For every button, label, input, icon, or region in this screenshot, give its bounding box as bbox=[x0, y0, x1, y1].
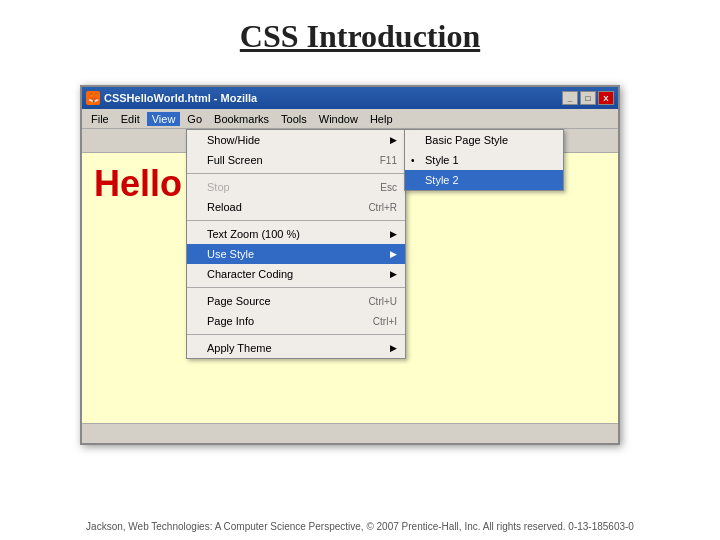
view-dropdown: Show/Hide ▶ Full Screen F11 Stop Esc Rel… bbox=[186, 129, 406, 359]
submenu-basic-page-style[interactable]: Basic Page Style bbox=[405, 130, 563, 150]
menu-file[interactable]: File bbox=[86, 112, 114, 126]
separator-2 bbox=[187, 220, 405, 221]
title-bar-text: CSSHelloWorld.html - Mozilla bbox=[104, 92, 558, 104]
menu-help[interactable]: Help bbox=[365, 112, 398, 126]
separator-3 bbox=[187, 287, 405, 288]
menu-page-source[interactable]: Page Source Ctrl+U bbox=[187, 291, 405, 311]
menu-text-zoom[interactable]: Text Zoom (100 %) ▶ bbox=[187, 224, 405, 244]
menu-use-style[interactable]: Use Style ▶ bbox=[187, 244, 405, 264]
menu-character-coding[interactable]: Character Coding ▶ bbox=[187, 264, 405, 284]
menu-show-hide[interactable]: Show/Hide ▶ bbox=[187, 130, 405, 150]
title-bar: 🦊 CSSHelloWorld.html - Mozilla _ □ X bbox=[82, 87, 618, 109]
minimize-button[interactable]: _ bbox=[562, 91, 578, 105]
menu-tools[interactable]: Tools bbox=[276, 112, 312, 126]
menu-bar: File Edit View Go Bookmarks Tools Window… bbox=[82, 109, 618, 129]
restore-button[interactable]: □ bbox=[580, 91, 596, 105]
separator-4 bbox=[187, 334, 405, 335]
menu-view[interactable]: View bbox=[147, 112, 181, 126]
status-bar bbox=[82, 423, 618, 443]
menu-bookmarks[interactable]: Bookmarks bbox=[209, 112, 274, 126]
separator-1 bbox=[187, 173, 405, 174]
style-submenu: Basic Page Style • Style 1 Style 2 bbox=[404, 129, 564, 191]
menu-apply-theme[interactable]: Apply Theme ▶ bbox=[187, 338, 405, 358]
page-title: CSS Introduction bbox=[0, 0, 720, 65]
title-bar-buttons: _ □ X bbox=[562, 91, 614, 105]
menu-reload[interactable]: Reload Ctrl+R bbox=[187, 197, 405, 217]
submenu-style-1[interactable]: • Style 1 bbox=[405, 150, 563, 170]
menu-go[interactable]: Go bbox=[182, 112, 207, 126]
menu-edit[interactable]: Edit bbox=[116, 112, 145, 126]
submenu-style-2[interactable]: Style 2 bbox=[405, 170, 563, 190]
menu-page-info[interactable]: Page Info Ctrl+I bbox=[187, 311, 405, 331]
menu-stop[interactable]: Stop Esc bbox=[187, 177, 405, 197]
menu-full-screen[interactable]: Full Screen F11 bbox=[187, 150, 405, 170]
footer-text: Jackson, Web Technologies: A Computer Sc… bbox=[0, 521, 720, 532]
menu-window[interactable]: Window bbox=[314, 112, 363, 126]
browser-window: 🦊 CSSHelloWorld.html - Mozilla _ □ X Fil… bbox=[80, 85, 620, 445]
browser-icon: 🦊 bbox=[86, 91, 100, 105]
close-button[interactable]: X bbox=[598, 91, 614, 105]
